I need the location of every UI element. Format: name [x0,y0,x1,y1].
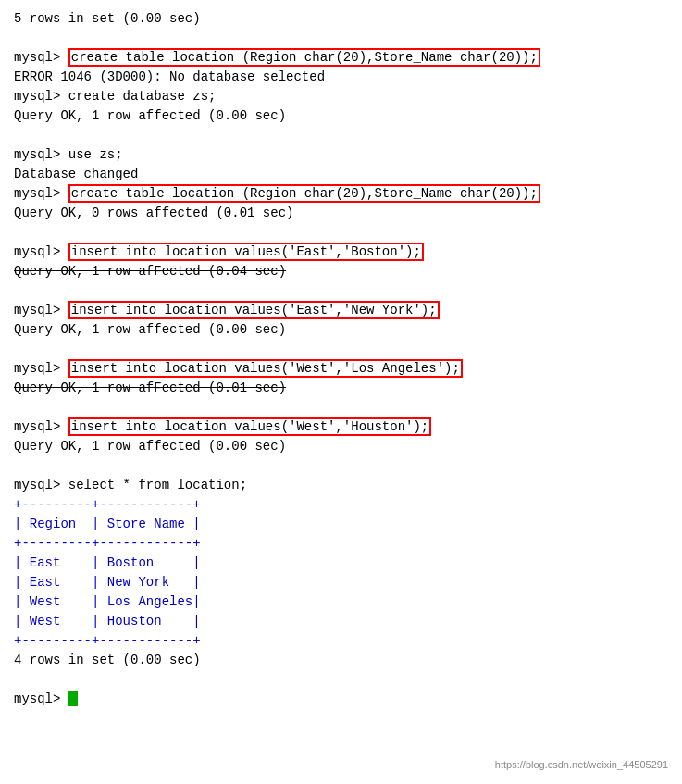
cmd-create-table-error: create table location (Region char(20),S… [68,48,540,67]
line-blank-6 [14,456,668,476]
table-row-losangeles: | West | Los Angeles| [14,592,668,612]
line-6: Query OK, 1 row affected (0.00 sec) [14,106,668,126]
table-border-bottom: +---------+------------+ [14,631,668,651]
prompt: mysql> [14,89,68,104]
line-blank-3 [14,281,668,301]
watermark: https://blog.csdn.net/weixin_44505291 [495,759,668,770]
line-18: Query OK, 1 row affected (0.00 sec) [14,437,668,456]
line-9: mysql> create table location (Region cha… [14,184,668,204]
line-16: Query OK, 1 row afFected (0.01 sec) [14,379,668,398]
prompt: mysql> [14,147,68,162]
line-5: mysql> create database zs; [14,87,668,106]
table-row-houston: | West | Houston | [14,612,668,631]
line-1: 5 rows in set (0.00 sec) [14,9,668,29]
line-blank-7 [14,670,668,690]
prompt: mysql> [14,50,68,65]
cmd-create-table-ok: create table location (Region char(20),S… [68,184,540,203]
line-3: mysql> create table location (Region cha… [14,48,668,68]
prompt: mysql> [14,478,68,492]
line-blank-5 [14,398,668,417]
table-border-mid: +---------+------------+ [14,534,668,554]
line-final-prompt: mysql> [14,690,668,709]
table-row-boston: | East | Boston | [14,554,668,573]
cmd-insert-losangeles: insert into location values('West','Los … [68,359,463,378]
cursor [68,691,78,706]
line-19: mysql> select * from location; [14,476,668,495]
line-17: mysql> insert into location values('West… [14,417,668,437]
line-blank-4 [14,340,668,359]
line-7: mysql> use zs; [14,145,668,165]
prompt: mysql> [14,244,68,259]
line-4: ERROR 1046 (3D000): No database selected [14,68,668,87]
cmd-insert-boston: insert into location values('East','Bost… [68,243,424,261]
prompt: mysql> [14,361,68,376]
line-8: Database changed [14,165,668,184]
prompt: mysql> [14,419,68,434]
prompt-final: mysql> [14,691,68,706]
line-15: mysql> insert into location values('West… [14,359,668,379]
prompt: mysql> [14,303,68,317]
line-blank-2 [14,223,668,243]
line-2 [14,29,668,48]
line-10: Query OK, 0 rows affected (0.01 sec) [14,204,668,223]
line-14: Query OK, 1 row affected (0.00 sec) [14,320,668,340]
cmd-insert-newyork: insert into location values('East','New … [68,301,440,319]
line-11: mysql> insert into location values('East… [14,243,668,262]
table-border-top: +---------+------------+ [14,495,668,515]
line-blank-1 [14,126,668,145]
table-row-newyork: | East | New York | [14,573,668,592]
terminal: 5 rows in set (0.00 sec) mysql> create t… [14,9,668,709]
table-header: | Region | Store_Name | [14,515,668,534]
line-13: mysql> insert into location values('East… [14,301,668,320]
cmd-insert-houston: insert into location values('West','Hous… [68,417,431,436]
table-row-count: 4 rows in set (0.00 sec) [14,651,668,670]
line-12: Query OK, 1 row afFected (0.04 sec) [14,262,668,281]
prompt: mysql> [14,186,68,201]
